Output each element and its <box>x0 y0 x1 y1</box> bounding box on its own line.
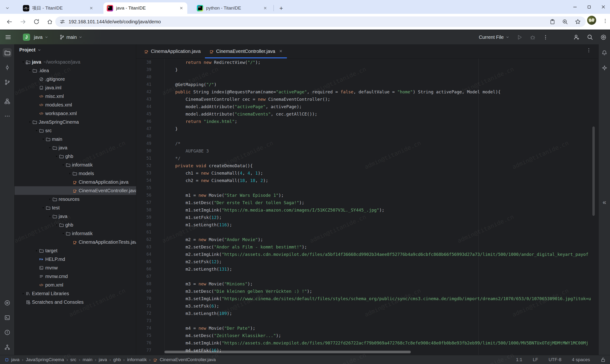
line-number[interactable]: 69 <box>136 289 151 296</box>
browser-tab[interactable]: IJjava - TitanIDE <box>104 2 187 14</box>
more-icon[interactable] <box>543 35 548 40</box>
code-line[interactable]: return new RedirectView("/"); <box>165 60 598 67</box>
caret-position[interactable]: 1:1 <box>516 357 522 362</box>
menu-icon[interactable] <box>5 34 12 40</box>
line-number[interactable]: 52 <box>136 163 151 170</box>
code-editor[interactable]: return new RedirectView("/"); } @GetMapp… <box>165 60 598 355</box>
code-line[interactable]: } <box>165 67 598 75</box>
code-line[interactable]: m2.setImgLink("https://assets.cdn.moviep… <box>165 252 598 259</box>
line-number[interactable]: 67 <box>136 274 151 281</box>
code-line[interactable]: ch1 = new CinemaHall(4, 4, 1); <box>165 170 598 178</box>
editor-tab[interactable]: CinemaEventController.java <box>205 44 287 58</box>
tree-item-cinemaeventcontroller-java[interactable]: CinemaEventController.java <box>14 186 136 195</box>
code-line[interactable]: m3.setDesc("Die kleinen gelben Verrückte… <box>165 289 598 296</box>
code-line[interactable]: CinemaEventController cec = new CinemaEv… <box>165 97 598 104</box>
tree-item-external-libraries[interactable]: External Libraries <box>14 289 136 298</box>
code-line[interactable]: m2 = new Movie("Andor Movie"); <box>165 237 598 244</box>
code-line[interactable] <box>165 230 598 237</box>
tree-item-informatik[interactable]: informatik <box>14 161 136 169</box>
line-number[interactable]: 49 <box>136 141 151 148</box>
collapse-panel-button[interactable]: « <box>603 199 606 206</box>
code-line[interactable]: m2.setFsk(12); <box>165 259 598 267</box>
line-number[interactable]: 48 <box>136 134 151 141</box>
breadcrumb-item[interactable]: java <box>11 357 20 362</box>
line-number[interactable]: 54 <box>136 178 151 185</box>
line-number[interactable]: 71 <box>136 303 151 311</box>
close-tab-button[interactable] <box>178 5 184 11</box>
clipboard-icon[interactable] <box>549 19 556 25</box>
line-number[interactable]: 77 <box>136 348 151 355</box>
breadcrumb-item[interactable]: JavaSpringCinema <box>26 357 64 362</box>
line-separator[interactable]: LF <box>533 357 538 362</box>
chevron-down-icon[interactable] <box>54 222 59 228</box>
line-number[interactable]: 73 <box>136 318 151 326</box>
line-number[interactable]: 43 <box>136 97 151 104</box>
editor-tab[interactable]: CinemaApplication.java <box>140 44 205 58</box>
lock-icon[interactable] <box>600 357 606 362</box>
tree-item-java-iml[interactable]: java.iml <box>14 83 136 92</box>
code-line[interactable]: model.addAttribute("activePage", activeP… <box>165 104 598 112</box>
line-number[interactable]: 74 <box>136 326 151 333</box>
line-number[interactable]: 56 <box>136 193 151 200</box>
code-line[interactable]: m3.setImgLink("https://www.cinema.de/sit… <box>165 296 598 303</box>
code-line[interactable]: m2.setLength(131); <box>165 267 598 274</box>
minimize-icon[interactable] <box>572 4 577 9</box>
zoom-in-icon[interactable] <box>562 19 568 25</box>
code-line[interactable]: */ <box>165 156 598 163</box>
tree-item--gitignore[interactable]: .gitignore <box>14 75 136 83</box>
tree-item-help-md[interactable]: HELP.md <box>14 255 136 263</box>
tree-item-workspace-xml[interactable]: workspace.xml <box>14 109 136 118</box>
line-number[interactable]: 38 <box>136 60 151 67</box>
url-text[interactable]: 192.168.101.144/ide/web/coding/java/demo <box>69 19 549 25</box>
code-line[interactable] <box>165 318 598 326</box>
code-line[interactable]: m1.setDesc("Der erste Teil der tollen Sa… <box>165 200 598 208</box>
chevron-down-icon[interactable] <box>40 136 46 142</box>
chevron-down-icon[interactable] <box>54 154 59 159</box>
more-horizontal-button[interactable] <box>3 112 12 120</box>
line-number[interactable]: 55 <box>136 185 151 193</box>
tree-item-misc-xml[interactable]: misc.xml <box>14 92 136 101</box>
close-tab-button[interactable] <box>262 5 268 11</box>
line-number[interactable]: 53 <box>136 170 151 178</box>
close-tab-button[interactable] <box>88 5 94 11</box>
tab-search-button[interactable] <box>3 4 12 12</box>
line-number[interactable]: 41 <box>136 82 151 89</box>
chevron-down-icon[interactable] <box>38 48 41 52</box>
tree-item-mvnw-cmd[interactable]: mvnw.cmd <box>14 272 136 281</box>
browser-tab[interactable]: PCpython - TitanIDE <box>194 2 271 14</box>
tree-item-target[interactable]: target <box>14 246 136 255</box>
chevron-down-icon[interactable] <box>21 59 26 65</box>
chevron-right-icon[interactable] <box>67 171 72 176</box>
code-line[interactable]: return "index.html"; <box>165 119 598 126</box>
code-line[interactable]: m1.setFsk(12); <box>165 215 598 222</box>
code-line[interactable] <box>165 75 598 82</box>
chevron-down-icon[interactable] <box>40 205 46 210</box>
branch-selector[interactable]: main <box>59 35 82 40</box>
close-icon[interactable] <box>601 4 606 9</box>
tree-item-cinemaapplication-java[interactable]: CinemaApplication.java <box>14 178 136 186</box>
structure-button[interactable] <box>3 97 12 106</box>
search-icon[interactable] <box>587 34 593 40</box>
line-number[interactable]: 60 <box>136 222 151 230</box>
chevron-right-icon[interactable] <box>47 196 52 202</box>
line-number[interactable]: 75 <box>136 333 151 340</box>
line-number[interactable]: 70 <box>136 296 151 303</box>
settings-icon[interactable] <box>600 34 607 40</box>
line-number[interactable]: 40 <box>136 75 151 82</box>
line-number[interactable]: 76 <box>136 340 151 348</box>
editor-tab-options-icon[interactable] <box>586 48 591 53</box>
chevron-down-icon[interactable] <box>61 231 66 236</box>
line-number[interactable]: 62 <box>136 237 151 244</box>
line-number[interactable]: 45 <box>136 112 151 119</box>
tree-item-ghb[interactable]: ghb <box>14 221 136 229</box>
code-line[interactable]: m3.setLength(109); <box>165 311 598 318</box>
tree-item-models[interactable]: models <box>14 169 136 178</box>
home-icon[interactable] <box>47 19 53 25</box>
new-tab-button[interactable]: + <box>277 4 285 12</box>
horizontal-scrollbar[interactable] <box>164 351 411 353</box>
tree-item-modules-xml[interactable]: modules.xml <box>14 101 136 109</box>
avatar[interactable] <box>587 16 596 25</box>
code-line[interactable]: m4.setDesc("Zeitloser Klassiker..."); <box>165 333 598 340</box>
code-line[interactable]: /* <box>165 141 598 148</box>
line-number[interactable]: 68 <box>136 281 151 289</box>
